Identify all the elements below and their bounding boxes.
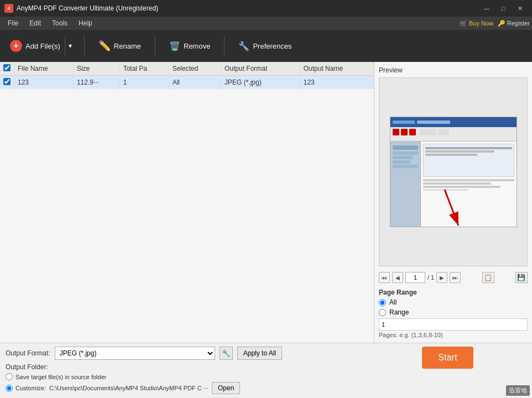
add-files-dropdown[interactable]: ▾: [65, 36, 76, 56]
bottom-bar: Output Format: JPEG (*.jpg) 🔧 Apply to A…: [0, 343, 532, 398]
cart-icon: 🛒: [460, 20, 467, 27]
header-output-format: Output Format: [221, 62, 300, 76]
apply-to-all-button[interactable]: Apply to All: [237, 347, 282, 360]
remove-button[interactable]: 🗑️ Remove: [164, 38, 216, 55]
row-selected: All: [169, 76, 221, 90]
select-all-checkbox[interactable]: [3, 64, 11, 71]
output-folder-label: Output Folder:: [6, 363, 48, 371]
toolbar-sep-1: [84, 36, 85, 56]
start-button[interactable]: Start: [422, 347, 474, 369]
sim-sidebar: [390, 142, 421, 227]
page-range-section: Page Range All Range Pages: e.g. (1,3,6,…: [379, 289, 528, 338]
wrench-icon: 🔧: [238, 41, 249, 51]
title-bar-left: 4 AnyMP4 PDF Converter Ultimate (Unregis…: [4, 4, 158, 13]
sim-titlebar: [390, 117, 517, 127]
row-checkbox[interactable]: [3, 78, 11, 85]
page-range-range-row: Range: [379, 308, 528, 316]
folder-options: Save target file(s) in source folder Cus…: [6, 373, 363, 394]
main-content: File Name Size Total Pa Selected Output …: [0, 62, 532, 343]
preview-section: Preview: [374, 62, 532, 343]
preview-label: Preview: [379, 66, 528, 74]
register-button[interactable]: 🔑 Register: [498, 20, 530, 27]
menu-bar: File Edit Tools Help 🛒 Buy Now 🔑 Registe…: [0, 17, 532, 30]
header-total-pages: Total Pa: [119, 62, 169, 76]
register-label: Register: [507, 20, 530, 27]
toolbar-sep-2: [155, 36, 155, 56]
row-filename: 123: [14, 76, 74, 90]
copy-button[interactable]: 📋: [482, 272, 494, 283]
header-output-name: Output Name: [300, 62, 373, 76]
output-folder-row: Output Folder:: [6, 363, 363, 371]
preview-controls: ⏮ ◀ / 1 ▶ ⏭ 📋 💾: [379, 270, 528, 285]
close-button[interactable]: ✕: [512, 3, 528, 14]
rename-label: Rename: [114, 42, 141, 50]
pencil-icon: ✏️: [98, 40, 111, 52]
settings-wrench-button[interactable]: 🔧: [220, 347, 233, 360]
minimize-button[interactable]: —: [479, 3, 494, 14]
header-size: Size: [73, 62, 119, 76]
rename-button[interactable]: ✏️ Rename: [93, 36, 147, 55]
page-total: / 1: [427, 274, 434, 281]
app-icon: 4: [4, 4, 13, 13]
key-icon: 🔑: [498, 20, 505, 27]
last-page-button[interactable]: ⏭: [450, 272, 461, 283]
header-checkbox-cell: [0, 62, 14, 76]
toolbar-sep-3: [224, 36, 225, 56]
menu-bar-right: 🛒 Buy Now 🔑 Register: [460, 20, 530, 27]
save-source-option[interactable]: Save target file(s) in source folder: [6, 373, 363, 380]
row-size: 112.9···: [73, 76, 119, 90]
page-range-all-radio[interactable]: [379, 299, 386, 306]
page-range-all-row: All: [379, 298, 528, 306]
page-range-range-radio[interactable]: [379, 309, 386, 316]
customize-option[interactable]: Customize:: [6, 385, 46, 392]
header-filename: File Name: [14, 62, 74, 76]
menu-tools[interactable]: Tools: [46, 17, 73, 30]
table-row[interactable]: 123 112.9··· 1 All JPEG (*.jpg) 123: [0, 76, 374, 90]
page-range-label: Page Range: [379, 289, 528, 296]
remove-label: Remove: [184, 42, 210, 50]
page-range-range-label: Range: [389, 308, 409, 316]
page-number-input[interactable]: [405, 272, 425, 283]
row-checkbox-cell: [0, 76, 14, 90]
first-page-button[interactable]: ⏮: [379, 272, 390, 283]
buy-now-button[interactable]: 🛒 Buy Now: [460, 20, 493, 27]
add-circle-icon: +: [10, 40, 22, 52]
bottom-right: Start: [369, 347, 526, 369]
preferences-button[interactable]: 🔧 Preferences: [233, 38, 297, 55]
range-value-input[interactable]: [379, 318, 528, 331]
bottom-left: Output Format: JPEG (*.jpg) 🔧 Apply to A…: [6, 347, 363, 394]
title-bar: 4 AnyMP4 PDF Converter Ultimate (Unregis…: [0, 0, 532, 17]
output-format-label: Output Format:: [6, 349, 50, 357]
header-selected: Selected: [169, 62, 221, 76]
range-hint: Pages: e.g. (1,3,6,8-10): [379, 332, 528, 338]
row-output-name: 123: [300, 76, 373, 90]
page-range-all-label: All: [389, 298, 397, 306]
menu-file[interactable]: File: [2, 17, 24, 30]
add-files-group: + Add File(s) ▾: [6, 36, 76, 56]
save-preview-button[interactable]: 💾: [515, 272, 528, 283]
menu-help[interactable]: Help: [73, 17, 98, 30]
trash-icon: 🗑️: [169, 41, 180, 51]
save-source-label: Save target file(s) in source folder: [15, 374, 106, 380]
customize-path: C:\Users\pc\Documents\AnyMP4 Studio\AnyM…: [49, 385, 208, 391]
toolbar: + Add File(s) ▾ ✏️ Rename 🗑️ Remove 🔧 Pr…: [0, 30, 532, 62]
title-bar-controls: — □ ✕: [479, 3, 528, 14]
customize-radio[interactable]: [6, 385, 13, 392]
sim-content: [390, 142, 517, 227]
sim-main: [421, 142, 517, 227]
maximize-button[interactable]: □: [496, 3, 511, 14]
menu-edit[interactable]: Edit: [24, 17, 46, 30]
file-table: File Name Size Total Pa Selected Output …: [0, 62, 374, 89]
add-files-button[interactable]: + Add File(s): [6, 36, 65, 55]
preview-image-area: [379, 77, 528, 266]
output-format-select[interactable]: JPEG (*.jpg): [55, 347, 215, 360]
prev-page-button[interactable]: ◀: [392, 272, 403, 283]
row-total-pages: 1: [119, 76, 169, 90]
output-format-row: Output Format: JPEG (*.jpg) 🔧 Apply to A…: [6, 347, 363, 360]
buy-now-label: Buy Now: [469, 20, 493, 27]
table-header-row: File Name Size Total Pa Selected Output …: [0, 62, 374, 76]
add-files-label: Add File(s): [25, 42, 60, 50]
save-source-radio[interactable]: [6, 373, 13, 380]
open-folder-button[interactable]: Open: [212, 382, 240, 394]
next-page-button[interactable]: ▶: [436, 272, 447, 283]
